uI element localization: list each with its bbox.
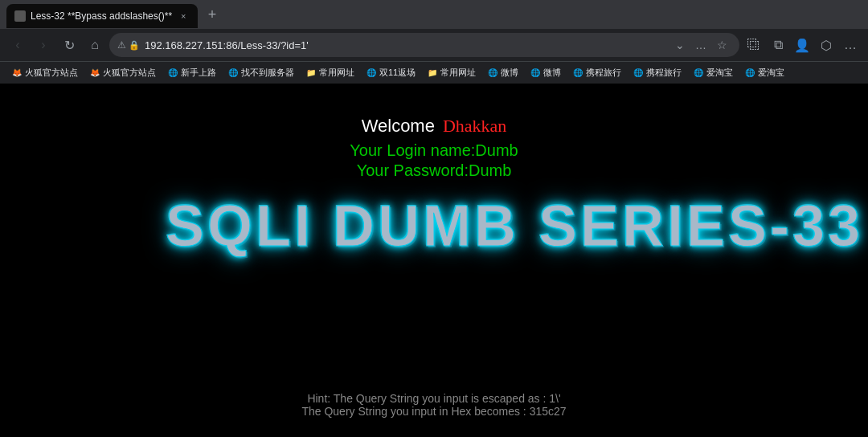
bookmark-label-huhu2: 火狐官方站点 [103,67,156,79]
forward-button[interactable]: › [32,34,55,56]
bookmark-label-aitaobao1: 爱淘宝 [706,67,733,79]
collections-button[interactable]: ⿻ [743,34,765,56]
bookmark-icon-aitaobao1: 🌐 [693,67,704,79]
bookmark-aitaobao1[interactable]: 🌐 爱淘宝 [688,65,738,80]
bookmark-xinshoushanglu[interactable]: 🌐 新手上路 [162,65,221,80]
tab-title: Less-32 **Bypass addslashes()** [31,10,172,22]
bookmark-ctrip1[interactable]: 🌐 携程旅行 [567,65,626,80]
bookmark-icon-common1: 📁 [305,67,317,79]
address-actions: ⌄ … ☆ [670,35,731,55]
bookmark-label-shuang11: 双11返场 [379,67,416,79]
hint-line-1: Hint: The Query String you input is esca… [301,392,566,405]
bookmark-icon-shuang11: 🌐 [366,67,377,79]
bookmark-huhu1[interactable]: 🦊 火狐官方站点 [6,65,83,80]
favorites-star-button[interactable]: ☆ [712,35,731,55]
extensions-button[interactable]: ⬡ [815,34,837,56]
bookmark-common2[interactable]: 📁 常用网址 [422,65,481,80]
tab-close-button[interactable]: × [177,10,190,22]
toolbar: ‹ › ↻ ⌂ ⚠ 🔒 192.168.227.151:86/Less-33/?… [0,29,868,61]
more-menu-button[interactable]: … [839,34,862,56]
bookmark-common1[interactable]: 📁 常用网址 [301,65,359,80]
new-tab-button[interactable]: + [201,3,223,26]
reload-button[interactable]: ↻ [58,34,80,56]
hint-line-2: The Query String you input in Hex become… [301,405,566,418]
bookmark-ctrip2[interactable]: 🌐 携程旅行 [628,65,686,80]
bookmark-label-xinshou: 新手上路 [181,67,216,79]
bookmark-aitaobao2[interactable]: 🌐 爱淘宝 [739,65,789,80]
bookmark-label-weibo2: 微博 [543,67,561,79]
bookmark-icon-common2: 📁 [427,67,438,79]
bookmark-label-aitaobao2: 爱淘宝 [758,67,784,79]
bookmark-label-notfound: 找不到服务器 [241,67,294,79]
address-dropdown-button[interactable]: ⌄ [670,35,690,55]
address-more-button[interactable]: … [691,35,710,55]
bookmark-label-common2: 常用网址 [440,67,476,79]
bookmark-label-huhu1: 火狐官方站点 [25,67,78,79]
bookmark-icon-ctrip1: 🌐 [572,67,583,79]
tab-favicon [14,10,26,22]
bookmark-label-common1: 常用网址 [319,67,354,79]
split-view-button[interactable]: ⧉ [767,34,789,56]
bookmark-icon-aitaobao2: 🌐 [744,67,755,79]
bookmark-shuang11[interactable]: 🌐 双11返场 [361,65,420,80]
browser-chrome: Less-32 **Bypass addslashes()** × + ‹ › … [0,0,868,84]
bookmark-huhu2[interactable]: 🦊 火狐官方站点 [84,65,161,80]
bookmark-notfound[interactable]: 🌐 找不到服务器 [223,65,299,80]
bookmark-icon-weibo1: 🌐 [487,67,498,79]
page-content: Welcome Dhakkan Your Login name:Dumb You… [0,84,868,437]
bookmark-icon-huhu2: 🦊 [89,67,100,79]
login-name-line: Your Login name:Dumb [350,141,518,160]
address-bar[interactable]: ⚠ 🔒 192.168.227.151:86/Less-33/?id=1' ⌄ … [109,33,739,57]
tab-bar: Less-32 **Bypass addslashes()** × + [0,0,868,29]
welcome-word: Welcome [362,116,435,137]
security-icon: ⚠ 🔒 [117,39,140,51]
bookmark-label-weibo1: 微博 [501,67,518,79]
address-text: 192.168.227.151:86/Less-33/?id=1' [145,39,665,51]
bookmarks-bar: 🦊 火狐官方站点 🦊 火狐官方站点 🌐 新手上路 🌐 找不到服务器 📁 常用网址… [0,61,868,84]
welcome-line: Welcome Dhakkan [362,116,507,137]
toolbar-right: ⿻ ⧉ 👤 ⬡ … [743,34,862,56]
back-button[interactable]: ‹ [6,34,29,56]
bookmark-weibo2[interactable]: 🌐 微博 [525,65,566,80]
bookmark-label-ctrip1: 携程旅行 [586,67,621,79]
profile-button[interactable]: 👤 [791,34,813,56]
bookmark-weibo1[interactable]: 🌐 微博 [482,65,523,80]
bookmark-icon-ctrip2: 🌐 [633,67,644,79]
bookmark-label-ctrip2: 携程旅行 [646,67,682,79]
password-line: Your Password:Dumb [357,161,512,180]
sqli-title: SQLI DUMB SERIES-33 [166,193,863,259]
bookmark-icon-xinshou: 🌐 [167,67,178,79]
hint-area: Hint: The Query String you input is esca… [301,392,566,418]
active-tab[interactable]: Less-32 **Bypass addslashes()** × [6,4,198,28]
bookmark-icon-weibo2: 🌐 [530,67,541,79]
home-button[interactable]: ⌂ [84,34,106,56]
welcome-name: Dhakkan [443,116,506,137]
bookmark-icon-notfound: 🌐 [227,67,239,79]
bookmark-icon-huhu1: 🦊 [11,67,23,79]
